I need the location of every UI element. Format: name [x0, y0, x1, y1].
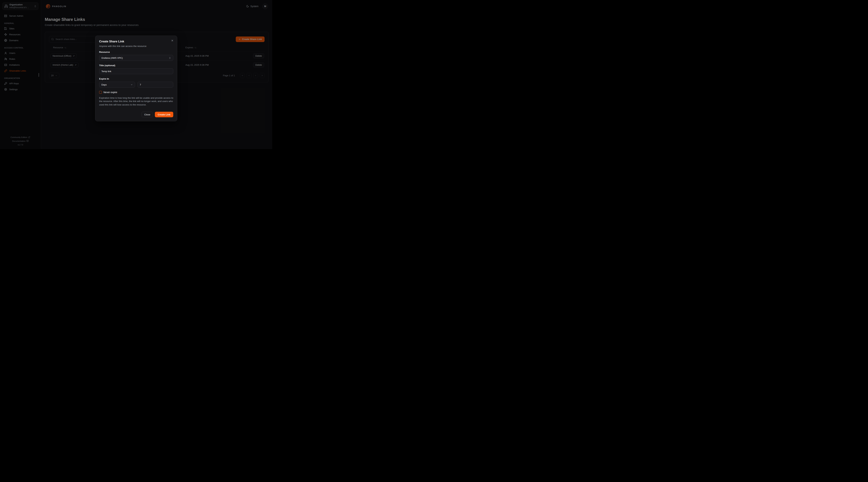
- close-button[interactable]: Close: [142, 112, 153, 117]
- never-expire-checkbox[interactable]: [99, 91, 102, 94]
- expire-unit-value: Days: [101, 83, 130, 86]
- dialog-actions: Close Create Link: [99, 112, 173, 117]
- title-input[interactable]: [101, 70, 171, 73]
- dialog-title: Create Share Link: [99, 40, 173, 43]
- expire-field-label: Expire In: [99, 78, 173, 80]
- expire-unit-select[interactable]: Days: [99, 82, 135, 88]
- chevron-down-icon: [130, 84, 133, 86]
- create-link-button[interactable]: Create Link: [155, 112, 173, 117]
- expire-row: Days: [99, 82, 173, 88]
- resource-field-label: Resource: [99, 51, 173, 53]
- title-field-label: Title (optional): [99, 64, 173, 67]
- close-icon[interactable]: [170, 39, 174, 42]
- expire-amount-wrap: [137, 82, 173, 88]
- title-field-wrap: [99, 68, 173, 74]
- app-window: Organization milo@fossorial.io's ... Ser…: [0, 0, 272, 149]
- resource-select[interactable]: Grafana (AWS VPC): [99, 55, 173, 61]
- expiration-description: Expiration time is how long the link wil…: [99, 96, 173, 106]
- dialog-subtitle: Anyone with this link can access the res…: [99, 45, 173, 48]
- never-expire-row[interactable]: Never expire: [99, 91, 173, 94]
- never-expire-label: Never expire: [103, 91, 117, 94]
- create-share-link-dialog: Create Share Link Anyone with this link …: [95, 36, 177, 121]
- chevrons-up-down-icon: [169, 57, 171, 59]
- resource-select-value: Grafana (AWS VPC): [101, 57, 169, 59]
- expire-amount-input[interactable]: [140, 83, 171, 86]
